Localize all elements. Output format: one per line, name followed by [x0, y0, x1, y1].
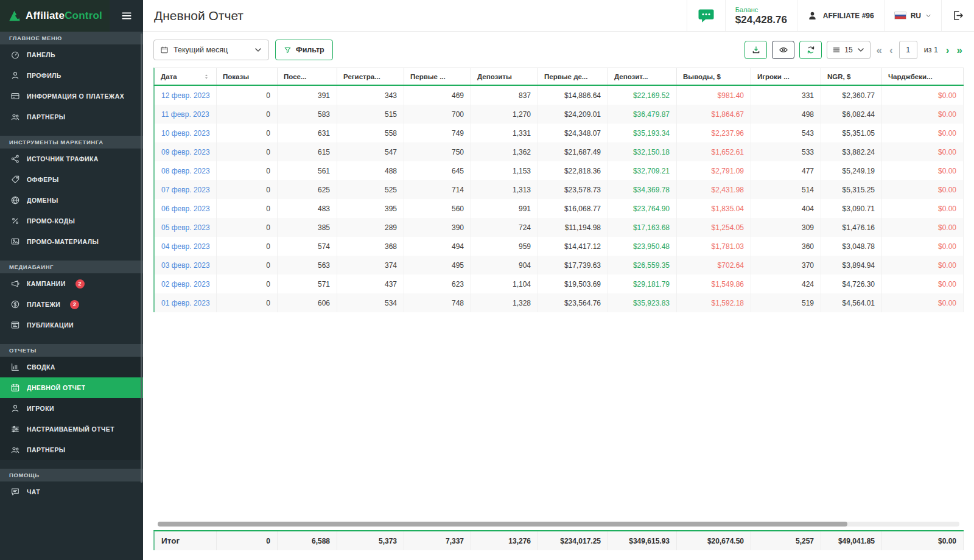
- table-cell: 645: [404, 161, 471, 180]
- date-link-cell[interactable]: 05 февр. 2023: [155, 218, 217, 237]
- table-cell: 370: [751, 256, 821, 275]
- date-link-cell[interactable]: 07 февр. 2023: [155, 180, 217, 199]
- export-button[interactable]: [745, 41, 767, 59]
- table-cell: $2,237.96: [677, 124, 751, 142]
- column-header[interactable]: Первые де...: [538, 68, 608, 85]
- dashboard-icon: [10, 50, 20, 60]
- table-cell: $26,559.35: [608, 256, 677, 275]
- totals-section: Итог06,5885,3737,33713,276$234,017.25$34…: [143, 530, 974, 550]
- refresh-button[interactable]: [799, 41, 822, 59]
- column-header[interactable]: Депозит...: [608, 68, 677, 85]
- sidebar-item-label: ИСТОЧНИК ТРАФИКА: [27, 155, 99, 163]
- table-cell: $16,068.77: [538, 199, 608, 218]
- column-header[interactable]: NGR, $: [821, 68, 882, 85]
- table-cell: 547: [337, 142, 404, 161]
- sidebar-item-summary[interactable]: СВОДКА: [0, 357, 143, 377]
- current-page-input[interactable]: 1: [899, 41, 917, 59]
- table-cell: 574: [278, 237, 337, 256]
- date-link-cell[interactable]: 01 февр. 2023: [155, 293, 217, 312]
- table-empty-space: [153, 312, 964, 522]
- sidebar-item-promo-materials[interactable]: ПРОМО-МАТЕРИАЛЫ: [0, 231, 143, 252]
- date-link-cell[interactable]: 08 февр. 2023: [155, 161, 217, 180]
- table-cell: $32,709.21: [608, 161, 677, 180]
- column-header[interactable]: Чарджбеки...: [882, 68, 964, 85]
- language-selector[interactable]: RU: [884, 0, 941, 31]
- date-link-cell[interactable]: 11 февр. 2023: [155, 105, 217, 124]
- sidebar-item-campaigns[interactable]: КАМПАНИИ2: [0, 273, 143, 294]
- table-cell: 437: [337, 275, 404, 293]
- balance-value: $24,428.76: [735, 14, 787, 26]
- app-logo[interactable]: AffiliateControl: [0, 0, 110, 32]
- column-header[interactable]: Посе...: [278, 68, 337, 85]
- table-cell: $1,476.16: [821, 218, 882, 237]
- column-header-label: Выводы, $: [683, 73, 721, 80]
- table-cell: 495: [404, 256, 471, 275]
- column-header[interactable]: Выводы, $: [677, 68, 751, 85]
- sidebar-item-chat[interactable]: ЧАТ: [0, 481, 143, 502]
- sidebar-item-partners-report[interactable]: ПАРТНЕРЫ: [0, 439, 143, 460]
- last-page-button[interactable]: »: [956, 45, 964, 55]
- table-cell: 0: [217, 161, 278, 180]
- next-page-button[interactable]: ›: [945, 45, 951, 55]
- date-link-cell[interactable]: 12 февр. 2023: [155, 86, 217, 105]
- column-header-label: Посе...: [284, 73, 307, 80]
- period-select[interactable]: Текущий месяц: [153, 40, 269, 60]
- date-link-cell[interactable]: 03 февр. 2023: [155, 256, 217, 275]
- sidebar-item-offers[interactable]: ОФФЕРЫ: [0, 169, 143, 190]
- prev-page-button[interactable]: ‹: [888, 45, 894, 55]
- table-cell: $0.00: [882, 256, 964, 275]
- sidebar-item-domains[interactable]: ДОМЕНЫ: [0, 190, 143, 211]
- table-cell: $34,369.78: [608, 180, 677, 199]
- date-link-cell[interactable]: 06 февр. 2023: [155, 199, 217, 218]
- column-visibility-button[interactable]: [772, 41, 794, 59]
- sidebar-toggle-button[interactable]: [110, 0, 143, 32]
- page-count-label: из 1: [924, 46, 938, 54]
- column-header[interactable]: Регистра...: [337, 68, 404, 85]
- table-cell: $0.00: [882, 161, 964, 180]
- table-cell: 748: [404, 293, 471, 312]
- table-cell: $5,351.05: [821, 124, 882, 142]
- table-cell: 0: [217, 293, 278, 312]
- date-link-cell[interactable]: 02 февр. 2023: [155, 275, 217, 293]
- table-cell: 424: [751, 275, 821, 293]
- filter-button[interactable]: Фильтр: [275, 40, 333, 60]
- column-header[interactable]: Показы: [217, 68, 278, 85]
- scrollbar-thumb[interactable]: [158, 522, 847, 527]
- sidebar-item-traffic-source[interactable]: ИСТОЧНИК ТРАФИКА: [0, 149, 143, 169]
- table-row: 08 февр. 202305614886451,153$22,818.36$3…: [155, 161, 964, 180]
- table-cell: $36,479.87: [608, 105, 677, 124]
- sidebar-item-profile[interactable]: ПРОФИЛЬ: [0, 65, 143, 86]
- sidebar-item-daily-report[interactable]: ДНЕВНОЙ ОТЧЕТ: [0, 377, 143, 398]
- logout-button[interactable]: [941, 0, 974, 31]
- column-header[interactable]: Первые ...: [404, 68, 471, 85]
- support-chat-button[interactable]: [687, 0, 725, 31]
- sidebar-item-payments[interactable]: ПЛАТЕЖИ2: [0, 294, 143, 315]
- page-size-select[interactable]: 15: [827, 41, 870, 59]
- sidebar-item-label: ПАНЕЛЬ: [27, 51, 55, 58]
- column-header[interactable]: Депозиты: [471, 68, 538, 85]
- table-cell: 483: [278, 199, 337, 218]
- table-cell: $3,048.78: [821, 237, 882, 256]
- sidebar-item-players[interactable]: ИГРОКИ: [0, 398, 143, 419]
- horizontal-scrollbar[interactable]: [158, 522, 959, 527]
- table-header-row: ДатаПоказыПосе...Регистра...Первые ...Де…: [153, 68, 964, 86]
- first-page-button[interactable]: «: [875, 45, 883, 55]
- sidebar-item-payment-info[interactable]: ИНФОРМАЦИЯ О ПЛАТЕЖАХ: [0, 86, 143, 107]
- sidebar-item-panel[interactable]: ПАНЕЛЬ: [0, 44, 143, 65]
- table-cell: 0: [217, 275, 278, 293]
- sidebar-item-partners[interactable]: ПАРТНЕРЫ: [0, 107, 143, 127]
- date-link-cell[interactable]: 09 февр. 2023: [155, 142, 217, 161]
- column-header[interactable]: Дата: [155, 68, 217, 85]
- table-cell: 1,328: [471, 293, 538, 312]
- sidebar-item-promo-codes[interactable]: ПРОМО-КОДЫ: [0, 211, 143, 231]
- date-link-cell[interactable]: 10 февр. 2023: [155, 124, 217, 142]
- column-header[interactable]: Игроки ...: [751, 68, 821, 85]
- payment-info-icon: [10, 91, 20, 101]
- date-link-cell[interactable]: 04 февр. 2023: [155, 237, 217, 256]
- sidebar-item-custom-report[interactable]: НАСТРАИВАЕМЫЙ ОТЧЕТ: [0, 419, 143, 439]
- table-cell: 631: [278, 124, 337, 142]
- user-menu[interactable]: AFFILIATE #96: [797, 0, 884, 31]
- sidebar-item-publications[interactable]: ПУБЛИКАЦИИ: [0, 315, 143, 335]
- table-cell: $14,886.64: [538, 86, 608, 105]
- table-cell: 714: [404, 180, 471, 199]
